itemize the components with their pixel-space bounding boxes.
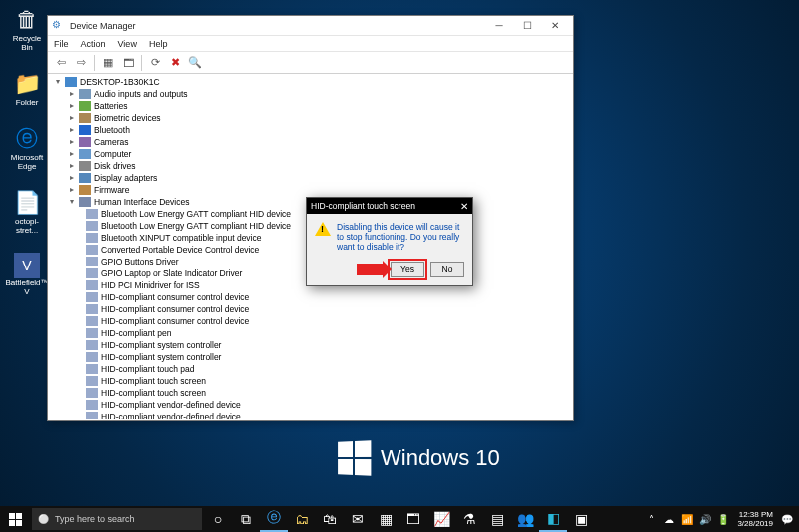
device-icon bbox=[86, 245, 98, 255]
app-taskbar-icon[interactable]: ▦ bbox=[372, 506, 400, 532]
category-item[interactable]: ▸Firmware bbox=[52, 184, 569, 196]
device-label: HID-compliant touch screen bbox=[101, 375, 206, 387]
tray-volume-icon[interactable]: 🔊 bbox=[697, 514, 713, 525]
desktop-icon-folder[interactable]: 📁 Folder bbox=[6, 70, 48, 107]
device-item[interactable]: HID-compliant system controller bbox=[84, 339, 569, 351]
dialog-titlebar[interactable]: HID-compliant touch screen ✕ bbox=[307, 198, 472, 214]
file-icon: 📄 bbox=[13, 189, 41, 217]
forward-button[interactable]: ⇨ bbox=[72, 54, 90, 72]
recycle-bin-icon: 🗑 bbox=[13, 6, 41, 34]
category-item[interactable]: ▸Bluetooth bbox=[52, 124, 569, 136]
app-taskbar-icon[interactable]: ⚗ bbox=[455, 506, 483, 532]
device-item[interactable]: HID-compliant touch screen bbox=[84, 375, 569, 387]
device-item[interactable]: HID-compliant consumer control device bbox=[84, 291, 569, 303]
desktop-icon-file[interactable]: 📄 octopi-stret... bbox=[6, 189, 48, 235]
yes-button[interactable]: Yes bbox=[391, 262, 424, 277]
expand-icon[interactable]: ▸ bbox=[68, 112, 76, 124]
collapse-icon[interactable]: ▾ bbox=[68, 196, 76, 208]
device-label: HID-compliant vendor-defined device bbox=[101, 411, 241, 419]
windows-logo-icon bbox=[338, 440, 371, 476]
app-taskbar-icon[interactable]: 🗔 bbox=[400, 506, 427, 532]
expand-icon[interactable]: ▸ bbox=[68, 160, 76, 172]
device-label: HID-compliant consumer control device bbox=[101, 315, 249, 327]
desktop-icon-battlefield[interactable]: V Battlefield™ V bbox=[6, 253, 48, 296]
app-taskbar-icon[interactable]: ◧ bbox=[539, 506, 567, 532]
scan-button[interactable]: 🔍 bbox=[186, 54, 204, 72]
clock[interactable]: 12:38 PM 3/28/2019 bbox=[737, 510, 773, 528]
menu-file[interactable]: File bbox=[54, 39, 69, 49]
device-icon bbox=[86, 221, 98, 231]
desktop-icon-recycle-bin[interactable]: 🗑 Recycle Bin bbox=[6, 6, 48, 52]
mail-taskbar-icon[interactable]: ✉ bbox=[344, 506, 372, 532]
store-taskbar-icon[interactable]: 🛍 bbox=[316, 506, 344, 532]
category-item[interactable]: ▸Biometric devices bbox=[52, 112, 569, 124]
computer-icon bbox=[65, 77, 77, 87]
explorer-taskbar-icon[interactable]: 🗂 bbox=[288, 506, 316, 532]
category-item[interactable]: ▸Computer bbox=[52, 148, 569, 160]
desktop-icon-edge[interactable]: ⓔ Microsoft Edge bbox=[6, 125, 48, 171]
device-icon bbox=[86, 257, 98, 266]
teams-taskbar-icon[interactable]: 👥 bbox=[511, 506, 539, 532]
icon-label: octopi-stret... bbox=[6, 217, 48, 235]
expand-icon[interactable]: ▸ bbox=[68, 148, 76, 160]
device-item[interactable]: HID-compliant touch screen bbox=[84, 387, 569, 399]
expand-icon[interactable]: ▸ bbox=[68, 136, 76, 148]
no-button[interactable]: No bbox=[430, 262, 464, 277]
cortana-icon[interactable]: ○ bbox=[204, 506, 232, 532]
expand-icon[interactable]: ▸ bbox=[68, 100, 76, 112]
notifications-icon[interactable]: 💬 bbox=[779, 514, 795, 525]
menu-help[interactable]: Help bbox=[149, 39, 168, 49]
collapse-icon[interactable]: ▾ bbox=[54, 76, 62, 88]
app-taskbar-icon[interactable]: ▣ bbox=[567, 506, 595, 532]
device-item[interactable]: HID-compliant consumer control device bbox=[84, 315, 569, 327]
category-label: Firmware bbox=[94, 184, 129, 196]
category-item[interactable]: ▸Disk drives bbox=[52, 160, 569, 172]
tray-battery-icon[interactable]: 🔋 bbox=[715, 514, 731, 525]
device-label: HID-compliant touch pad bbox=[101, 363, 195, 375]
hid-icon bbox=[79, 197, 91, 207]
menu-view[interactable]: View bbox=[118, 39, 137, 49]
expand-icon[interactable]: ▸ bbox=[68, 172, 76, 184]
tray-cloud-icon[interactable]: ☁ bbox=[661, 514, 677, 525]
category-label: Batteries bbox=[94, 100, 128, 112]
tree-root[interactable]: ▾ DESKTOP-1B30K1C bbox=[52, 76, 569, 88]
tray-wifi-icon[interactable]: 📶 bbox=[679, 514, 695, 525]
tray-chevron-icon[interactable]: ˄ bbox=[643, 514, 659, 525]
category-label: Audio inputs and outputs bbox=[94, 88, 188, 100]
category-item[interactable]: ▸Batteries bbox=[52, 100, 569, 112]
device-item[interactable]: HID-compliant system controller bbox=[84, 351, 569, 363]
menubar: File Action View Help bbox=[48, 36, 573, 52]
expand-icon[interactable]: ▸ bbox=[68, 184, 76, 196]
device-icon bbox=[86, 376, 98, 386]
device-label: GPIO Buttons Driver bbox=[101, 256, 178, 267]
back-button[interactable]: ⇦ bbox=[52, 54, 70, 72]
close-button[interactable]: ✕ bbox=[541, 17, 569, 35]
edge-taskbar-icon[interactable]: ⓔ bbox=[260, 506, 288, 532]
dialog-title: HID-compliant touch screen bbox=[311, 201, 415, 211]
titlebar[interactable]: ⚙ Device Manager ─ ☐ ✕ bbox=[48, 16, 573, 36]
category-item[interactable]: ▸Cameras bbox=[52, 136, 569, 148]
windows-logo-text: Windows 10 bbox=[381, 445, 500, 471]
device-item[interactable]: HID-compliant consumer control device bbox=[84, 303, 569, 315]
start-button[interactable] bbox=[0, 506, 30, 532]
menu-action[interactable]: Action bbox=[81, 39, 106, 49]
app-taskbar-icon[interactable]: 📈 bbox=[427, 506, 455, 532]
device-item[interactable]: HID-compliant touch pad bbox=[84, 363, 569, 375]
refresh-button[interactable]: 🗔 bbox=[119, 54, 137, 72]
device-item[interactable]: HID-compliant vendor-defined device bbox=[84, 411, 569, 419]
expand-icon[interactable]: ▸ bbox=[68, 88, 76, 100]
device-item[interactable]: HID-compliant vendor-defined device bbox=[84, 399, 569, 411]
dialog-close-button[interactable]: ✕ bbox=[460, 201, 468, 212]
app-taskbar-icon[interactable]: ▤ bbox=[483, 506, 511, 532]
maximize-button[interactable]: ☐ bbox=[513, 17, 541, 35]
properties-button[interactable]: ▦ bbox=[99, 54, 117, 72]
device-item[interactable]: HID-compliant pen bbox=[84, 327, 569, 339]
category-item[interactable]: ▸Display adapters bbox=[52, 172, 569, 184]
expand-icon[interactable]: ▸ bbox=[68, 124, 76, 136]
taskview-icon[interactable]: ⧉ bbox=[232, 506, 260, 532]
uninstall-button[interactable]: ✖ bbox=[166, 54, 184, 72]
search-box[interactable]: ⚪ Type here to search bbox=[32, 508, 202, 530]
minimize-button[interactable]: ─ bbox=[485, 17, 513, 35]
update-driver-button[interactable]: ⟳ bbox=[146, 54, 164, 72]
category-item[interactable]: ▸Audio inputs and outputs bbox=[52, 88, 569, 100]
